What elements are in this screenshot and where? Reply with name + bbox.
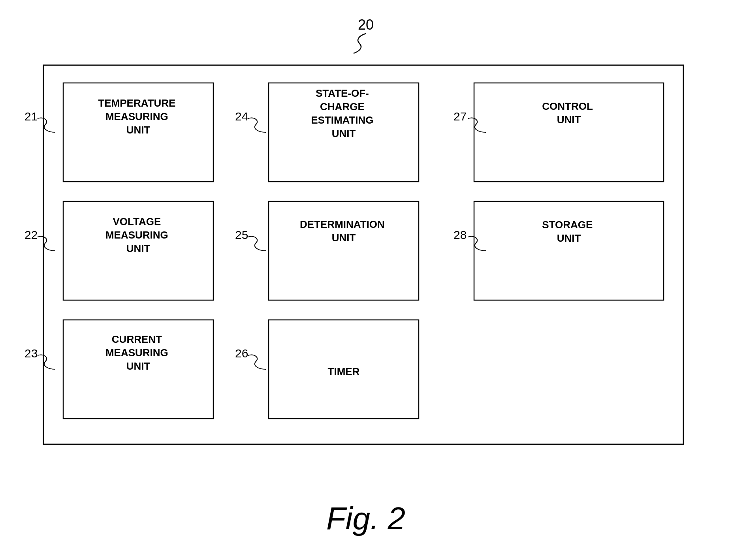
ref-21-squiggle	[38, 118, 55, 132]
control-label: CONTROL UNIT	[542, 100, 595, 126]
ref-22-squiggle	[38, 237, 55, 251]
ref-28-squiggle	[468, 237, 486, 251]
ref-26-squiggle	[248, 355, 266, 369]
soc-box	[269, 83, 419, 182]
ref-22-label: 22	[24, 228, 38, 241]
timer-box	[269, 320, 419, 419]
voltage-box	[63, 201, 213, 300]
current-label: CURRENT MEASURING UNIT	[105, 333, 171, 372]
fig-label: Fig. 2	[326, 501, 405, 536]
ref-23-squiggle	[38, 355, 55, 369]
outer-box	[43, 65, 683, 444]
diagram-svg: 20 TEMPERATURE MEASURING UNIT STATE-OF- …	[0, 0, 732, 560]
determination-box	[269, 201, 419, 300]
storage-label: STORAGE UNIT	[542, 219, 595, 244]
ref-23-label: 23	[24, 347, 38, 360]
ref-27-label: 27	[454, 110, 467, 123]
ref-28-label: 28	[454, 228, 467, 241]
determination-label: DETERMINATION UNIT	[300, 218, 388, 244]
temp-measuring-box	[63, 83, 213, 182]
ref-26-label: 26	[235, 347, 248, 360]
ref-27-squiggle	[468, 118, 486, 132]
timer-label: TIMER	[328, 366, 360, 378]
ref-24-label: 24	[235, 110, 248, 123]
current-box	[63, 320, 213, 419]
storage-box	[474, 201, 664, 300]
ref-24-squiggle	[248, 118, 266, 132]
soc-label: STATE-OF- CHARGE ESTIMATING UNIT	[311, 87, 376, 139]
ref-25-label: 25	[235, 228, 248, 241]
ref-21-label: 21	[24, 110, 38, 123]
temp-measuring-label: TEMPERATURE MEASURING UNIT	[98, 97, 178, 136]
top-number-label: 20	[358, 17, 374, 33]
control-box	[474, 83, 664, 182]
voltage-label: VOLTAGE MEASURING UNIT	[105, 216, 171, 254]
ref-25-squiggle	[248, 237, 266, 251]
squiggle-top	[354, 34, 366, 53]
